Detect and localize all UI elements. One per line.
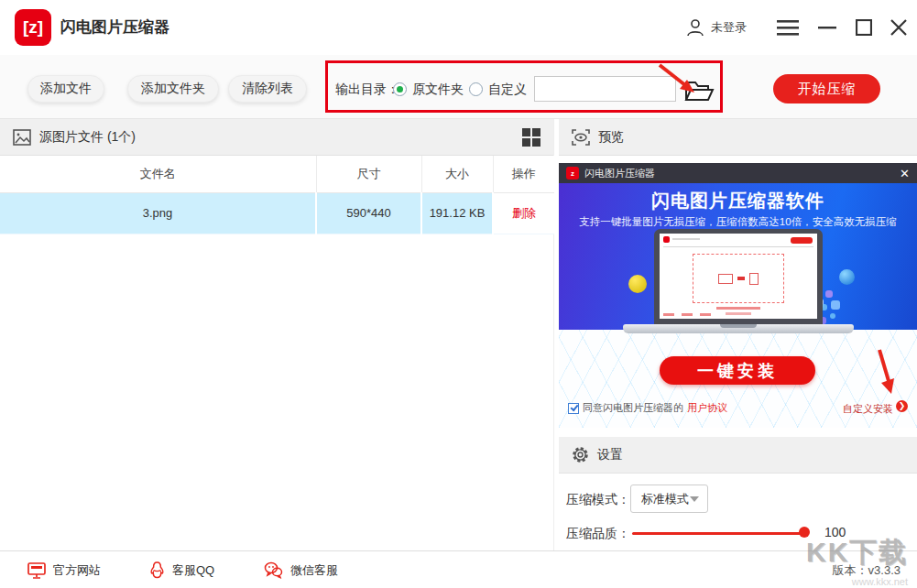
decor-hex <box>819 317 826 324</box>
delete-link[interactable]: 删除 <box>512 206 536 220</box>
banner-headline: 闪电图片压缩器软件 <box>559 189 917 213</box>
banner-titlebar: z 闪电图片压缩器 ✕ <box>559 163 917 183</box>
footer: 官方网站 客服QQ 微信客服 <box>0 550 917 588</box>
official-site-label: 官方网站 <box>53 562 101 579</box>
add-folder-button[interactable]: 添加文件夹 <box>127 75 219 103</box>
radio-custom-label[interactable]: 自定义 <box>488 82 527 98</box>
source-files-panel: 源图片文件 (1个) 文件名 尺寸 大小 操作 3.png 590*440 19… <box>0 119 554 550</box>
qq-penguin-icon <box>149 561 165 580</box>
file-table: 文件名 尺寸 大小 操作 3.png 590*440 191.12 KB 删除 <box>0 156 554 234</box>
close-icon <box>890 19 907 36</box>
custom-install-link[interactable]: 自定义安装 <box>843 402 893 416</box>
wechat-support-label: 微信客服 <box>290 562 338 579</box>
quality-value: 100 <box>824 525 846 539</box>
column-dimensions: 尺寸 <box>316 156 421 192</box>
decor-ball-blue <box>839 269 855 285</box>
preview-eye-icon <box>572 129 590 146</box>
table-row[interactable]: 3.png 590*440 191.12 KB 删除 <box>0 192 554 234</box>
banner-logo-icon: z <box>566 167 579 180</box>
right-panel: 预览 z 闪电图片压缩器 ✕ <box>559 119 917 550</box>
settings-title: 设置 <box>597 447 623 463</box>
quality-slider-handle[interactable] <box>799 527 810 538</box>
decor-hex <box>796 302 802 308</box>
app-window: [z] 闪电图片压缩器 未登录 <box>0 0 917 588</box>
add-file-button[interactable]: 添加文件 <box>27 75 104 103</box>
login-button[interactable]: 未登录 <box>685 0 747 55</box>
radio-custom[interactable] <box>469 82 483 96</box>
menu-icon[interactable] <box>774 0 802 55</box>
maximize-icon <box>856 19 872 36</box>
decor-hex <box>831 300 840 310</box>
browse-folder-icon[interactable] <box>683 78 715 103</box>
banner-title: 闪电图片压缩器 <box>584 167 655 180</box>
agree-text: 同意闪电图片压缩器的 <box>583 401 683 415</box>
column-size: 大小 <box>421 156 493 192</box>
official-site-link[interactable]: 官方网站 <box>27 551 101 588</box>
image-icon <box>13 129 31 146</box>
close-button[interactable] <box>885 0 912 55</box>
hamburger-icon <box>777 19 799 36</box>
source-files-title: 源图片文件 (1个) <box>39 129 136 146</box>
clear-list-button[interactable]: 清除列表 <box>228 75 307 103</box>
quality-slider-track[interactable] <box>632 532 808 535</box>
radio-original-folder-label[interactable]: 原文件夹 <box>412 82 464 98</box>
banner-subline: 支持一键批量图片无损压缩，压缩倍数高达10倍，安全高效无损压缩 <box>559 215 917 229</box>
decor-hex <box>825 290 833 298</box>
output-dir-label: 输出目录： <box>335 82 399 98</box>
qq-support-label: 客服QQ <box>172 562 214 579</box>
decor-hex <box>804 291 813 299</box>
wechat-support-link[interactable]: 微信客服 <box>264 551 338 588</box>
settings-header: 设置 <box>559 437 917 474</box>
decor-hex <box>830 313 835 319</box>
toolbar: 添加文件 添加文件夹 清除列表 输出目录： 原文件夹 自定义 开始压缩 <box>0 55 917 119</box>
agreement-row: 同意闪电图片压缩器的 用户协议 <box>568 401 727 415</box>
custom-install-arrow-icon[interactable]: ❯ <box>896 400 908 412</box>
radio-original-folder[interactable] <box>393 82 407 96</box>
source-files-header: 源图片文件 (1个) <box>0 119 553 156</box>
watermark-url: www.kkx.net <box>852 576 908 587</box>
chevron-down-icon <box>690 496 699 502</box>
minimize-button[interactable] <box>813 0 841 55</box>
app-title: 闪电图片压缩器 <box>60 0 169 55</box>
preview-header: 预览 <box>559 119 917 156</box>
output-path-input[interactable] <box>534 76 676 102</box>
start-compress-button[interactable]: 开始压缩 <box>773 74 880 103</box>
wechat-icon <box>264 561 283 579</box>
agree-checkbox[interactable] <box>568 403 579 414</box>
decor-hex <box>815 282 822 289</box>
gear-icon <box>572 446 589 463</box>
one-click-install-button[interactable]: 一键安装 <box>660 356 815 385</box>
qq-support-link[interactable]: 客服QQ <box>149 551 214 588</box>
file-table-header-row: 文件名 尺寸 大小 操作 <box>0 156 554 192</box>
compress-mode-value: 标准模式 <box>641 491 689 507</box>
decor-ball-yellow <box>628 275 647 293</box>
monitor-icon <box>27 562 46 579</box>
banner-close-icon[interactable]: ✕ <box>900 168 910 180</box>
column-action: 操作 <box>493 156 554 192</box>
cell-dimensions: 590*440 <box>316 192 421 234</box>
decor-hex <box>808 311 813 317</box>
compress-mode-select[interactable]: 标准模式 <box>630 485 708 513</box>
cell-filename: 3.png <box>0 192 316 234</box>
column-filename: 文件名 <box>0 156 316 192</box>
cell-size: 191.12 KB <box>421 192 493 234</box>
user-icon <box>685 17 705 38</box>
quality-label: 压缩品质： <box>566 526 630 542</box>
preview-title: 预览 <box>598 129 624 146</box>
app-logo-icon: [z] <box>15 9 51 46</box>
grid-view-icon[interactable] <box>522 128 540 147</box>
minimize-icon <box>818 18 836 37</box>
preview-banner: z 闪电图片压缩器 ✕ 闪电图片压缩器软件 支持 <box>559 163 917 428</box>
cell-action: 删除 <box>493 192 554 234</box>
login-label: 未登录 <box>711 19 747 36</box>
decor-hex <box>821 304 827 310</box>
maximize-button[interactable] <box>850 0 878 55</box>
titlebar: [z] 闪电图片压缩器 未登录 <box>0 0 917 55</box>
compress-mode-label: 压缩模式： <box>566 492 630 508</box>
user-agreement-link[interactable]: 用户协议 <box>687 401 727 415</box>
